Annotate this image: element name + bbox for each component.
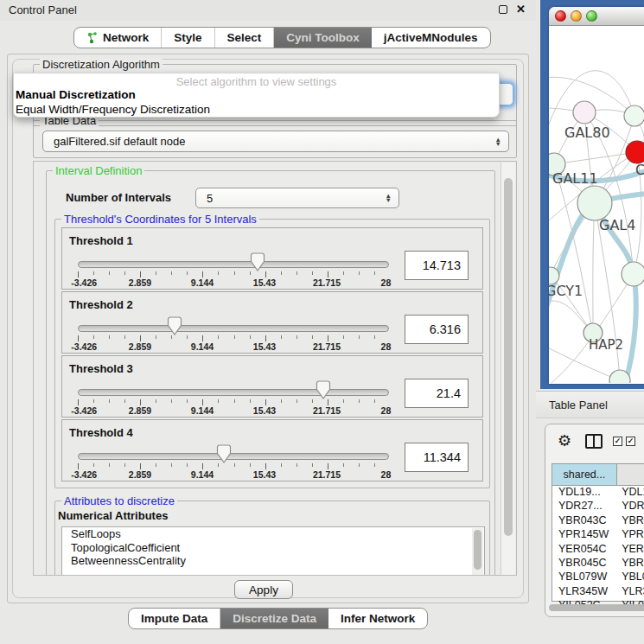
cell[interactable]: YBR04 <box>617 557 644 571</box>
table-hscrollbar[interactable] <box>549 604 644 612</box>
cell[interactable]: YDR27... <box>552 500 617 513</box>
algorithm-dropdown-popup: Select algorithm to view settings Manual… <box>13 73 500 118</box>
list-scrollbar[interactable] <box>472 528 483 576</box>
cell[interactable]: YDL19... <box>552 486 617 500</box>
algorithm-option-equal-width[interactable]: Equal Width/Frequency Discretization <box>16 103 210 116</box>
threshold-4-value: 11.344 <box>424 450 461 464</box>
threshold-4-slider-thumb[interactable] <box>216 444 232 464</box>
cell[interactable]: YDL19 <box>617 486 644 500</box>
list-item[interactable]: TopologicalCoefficient <box>62 541 484 555</box>
tab-cyni-toolbox[interactable]: Cyni Toolbox <box>274 28 372 48</box>
node-h[interactable] <box>622 262 644 286</box>
cell[interactable]: YBL079W <box>552 571 617 584</box>
checkbox-icon[interactable]: ✓ <box>613 437 622 446</box>
label-hap2: HAP2 <box>589 337 623 353</box>
threshold-4-panel: Threshold 4 -3.426 2.859 9.144 15.43 21.… <box>61 419 483 481</box>
algorithm-option-manual[interactable]: Manual Discretization <box>16 88 136 101</box>
network-window[interactable]: GAL80 GA C GAL11 GAL4 GCY1 H HAP2 <box>549 7 644 384</box>
cell[interactable]: YBR045C <box>552 557 617 571</box>
tab-infer-network[interactable]: Infer Network <box>328 609 427 628</box>
table-row[interactable]: YBL079WYBL07 <box>552 571 644 584</box>
threshold-3-slider-thumb[interactable] <box>316 380 331 400</box>
threshold-2-slider-thumb[interactable] <box>167 316 182 336</box>
list-scrollbar-thumb[interactable] <box>474 530 481 570</box>
tab-jactivemnodules[interactable]: jActiveMNodules <box>372 28 490 48</box>
threshold-1-value-field[interactable]: 14.713 <box>405 251 469 280</box>
settings-scrollbar[interactable] <box>501 163 515 575</box>
cell[interactable]: YBR043C <box>552 514 617 528</box>
table-row[interactable]: YDR27...YDR27 <box>552 500 644 513</box>
network-canvas[interactable]: GAL80 GA C GAL11 GAL4 GCY1 H HAP2 <box>549 26 644 383</box>
node-gal4[interactable] <box>577 186 612 220</box>
scale-label: 28 <box>381 405 392 416</box>
tab-style[interactable]: Style <box>162 28 214 48</box>
threshold-3-value-field[interactable]: 21.4 <box>405 379 469 408</box>
table-row[interactable]: YBR043CYBR04 <box>552 514 644 528</box>
minimize-traffic-icon[interactable] <box>571 10 582 22</box>
table-row[interactable]: YDL19...YDL19 <box>552 486 644 500</box>
close-icon[interactable]: ✕ <box>516 3 526 16</box>
gear-icon[interactable]: ⚙ <box>558 431 571 450</box>
cell[interactable]: YDR27 <box>617 500 644 513</box>
tab-network[interactable]: Network <box>74 28 162 48</box>
threshold-2-label: Threshold 2 <box>69 298 133 311</box>
cell[interactable]: YBL07 <box>617 571 644 584</box>
slider-ticks <box>78 335 390 341</box>
table-row[interactable]: YBR045CYBR04 <box>552 557 644 571</box>
numerical-attributes-list[interactable]: SelfLoops TopologicalCoefficient Between… <box>61 526 485 576</box>
threshold-2-slider[interactable] <box>78 325 389 332</box>
scale-label: -3.426 <box>71 469 97 480</box>
list-item[interactable]: BetweennessCentrality <box>62 554 484 568</box>
label-c: C <box>635 162 644 178</box>
threshold-2-value: 6.316 <box>430 322 461 336</box>
threshold-4-value-field[interactable]: 11.344 <box>405 443 469 472</box>
threshold-1-slider[interactable] <box>78 261 389 268</box>
table-hscrollbar-thumb[interactable] <box>549 604 644 611</box>
tab-select[interactable]: Select <box>215 28 275 48</box>
scale-label: 2.859 <box>129 277 151 288</box>
tab-select-label: Select <box>227 31 262 44</box>
column-header-name[interactable]: na <box>617 464 644 486</box>
node-ga[interactable] <box>624 105 644 126</box>
cell[interactable]: YER05 <box>617 543 644 557</box>
scale-label: 21.715 <box>313 405 341 416</box>
column-header-shared[interactable]: shared... <box>552 464 617 486</box>
threshold-2-value-field[interactable]: 6.316 <box>405 315 469 344</box>
tab-discretize-data-label: Discretize Data <box>233 612 316 625</box>
table-row[interactable]: YLR345WYLR34 <box>552 585 644 599</box>
table-row[interactable]: YER054CYER05 <box>552 543 644 557</box>
tab-impute-data[interactable]: Impute Data <box>129 609 220 628</box>
settings-scroll-panel: Interval Definition Number of Intervals … <box>33 161 517 576</box>
threshold-1-slider-thumb[interactable] <box>250 252 265 272</box>
number-of-intervals-combobox[interactable]: 5 ▲▼ <box>195 188 399 208</box>
node-red-selected[interactable] <box>626 141 644 163</box>
cell[interactable]: YBR04 <box>617 514 644 528</box>
threshold-3-panel: Threshold 3 -3.426 2.859 9.144 15.43 21.… <box>61 355 483 418</box>
network-window-titlebar[interactable] <box>549 7 644 26</box>
network-view-frame: GAL80 GA C GAL11 GAL4 GCY1 H HAP2 <box>540 0 644 389</box>
threshold-4-label: Threshold 4 <box>69 426 133 439</box>
threshold-3-slider[interactable] <box>78 389 389 396</box>
cell[interactable]: YLR345W <box>552 585 617 599</box>
apply-button[interactable]: Apply <box>234 580 293 599</box>
algorithm-hint: Select algorithm to view settings <box>14 75 499 88</box>
tab-style-label: Style <box>174 31 201 44</box>
settings-scrollbar-thumb[interactable] <box>504 178 513 536</box>
scale-label: 9.144 <box>191 405 214 416</box>
column-layout-icon[interactable] <box>585 434 603 449</box>
node-gal80[interactable] <box>573 101 596 124</box>
cell[interactable]: YLR34 <box>617 585 644 599</box>
float-window-icon[interactable] <box>499 5 507 14</box>
tab-discretize-data[interactable]: Discretize Data <box>220 609 328 628</box>
checkbox-icon[interactable]: ✓ <box>626 437 635 446</box>
table-data-combobox[interactable]: galFiltered.sif default node ▲▼ <box>42 131 509 152</box>
cell[interactable]: YPR145W <box>552 528 617 542</box>
table-row[interactable]: YPR145WYPR14 <box>552 528 644 542</box>
cell[interactable]: YER054C <box>552 543 617 557</box>
list-item[interactable]: SelfLoops <box>62 527 484 541</box>
threshold-4-slider[interactable] <box>78 453 389 460</box>
close-traffic-icon[interactable] <box>555 10 566 22</box>
cell[interactable]: YPR14 <box>617 528 644 542</box>
zoom-traffic-icon[interactable] <box>586 10 597 22</box>
table-data-combobox-value: galFiltered.sif default node <box>54 135 185 148</box>
